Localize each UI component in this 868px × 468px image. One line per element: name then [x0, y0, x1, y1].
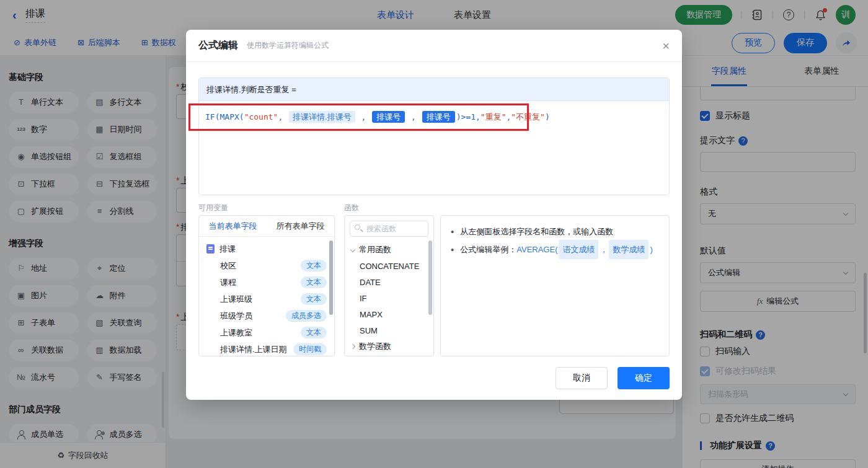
func-item[interactable]: IF [345, 290, 433, 306]
type-badge: 文本 [301, 293, 327, 305]
modal-lower-row: 可用变量 当前表单字段 所有表单字段 排课 校区文本 课程文本 上课班级文本 班… [186, 203, 682, 356]
func-group-text[interactable]: 文本函数 [345, 355, 433, 356]
variable-row[interactable]: 校区文本 [199, 257, 334, 274]
field-chip[interactable]: 排课号 [372, 111, 405, 123]
formula-string: "count" [244, 112, 278, 121]
bullet-icon: • [451, 223, 454, 240]
modal-header: 公式编辑 使用数学运算符编辑公式 × [186, 30, 682, 62]
variable-row[interactable]: 班级学员成员多选 [199, 307, 334, 324]
formula-string: "不重复" [511, 112, 545, 121]
formula-box: 排课详情.判断是否重复 = IF(MAPX("count", 排课详情.排课号 … [198, 77, 670, 195]
variables-label: 可用变量 [198, 203, 335, 215]
variables-tabs: 当前表单字段 所有表单字段 [199, 216, 334, 237]
type-badge: 文本 [301, 276, 327, 288]
type-badge: 时间戳 [293, 343, 327, 355]
field-chip[interactable]: 排课号 [422, 111, 455, 123]
type-badge: 文本 [301, 327, 327, 338]
functions-scrollbar[interactable] [428, 241, 432, 315]
tab-all-form-fields[interactable]: 所有表单字段 [267, 216, 334, 236]
chevron-right-icon [350, 344, 355, 349]
cancel-button[interactable]: 取消 [556, 367, 608, 389]
func-item[interactable]: DATE [345, 274, 433, 290]
variable-row[interactable]: 上课班级文本 [199, 291, 334, 307]
example-field-chip: 语文成绩 [559, 240, 598, 259]
variables-scrollbar[interactable] [329, 241, 333, 315]
bullet-icon: • [451, 241, 454, 258]
field-chip-light[interactable]: 排课详情.排课号 [289, 111, 355, 123]
formula-editor-modal: 公式编辑 使用数学运算符编辑公式 × 排课详情.判断是否重复 = IF(MAPX… [186, 30, 682, 400]
formula-target: 排课详情.判断是否重复 = [199, 78, 669, 101]
type-badge: 文本 [301, 260, 327, 272]
variables-list: 排课 校区文本 课程文本 上课班级文本 班级学员成员多选 上课教室文本 排课详情… [199, 237, 334, 356]
modal-subtitle: 使用数学运算符编辑公式 [247, 40, 329, 51]
example-field-chip: 数学成绩 [609, 240, 649, 259]
function-search [345, 216, 433, 242]
func-item[interactable]: CONCATENATE [345, 258, 433, 274]
functions-box: 常用函数 CONCATENATE DATE IF MAPX SUM 数学函数 文… [344, 215, 434, 356]
variable-row[interactable]: 排课详情.上课日期时间戳 [199, 341, 334, 356]
tips-box: • 从左侧面板选择字段名和函数，或输入函数 • 公式编辑举例： AVERAGE(… [440, 215, 670, 356]
func-item[interactable]: SUM [345, 322, 433, 338]
form-node[interactable]: 排课 [199, 241, 334, 257]
type-badge: 成员多选 [286, 310, 327, 322]
formula-editor[interactable]: IF(MAPX("count", 排课详情.排课号 , 排课号 , 排课号)>=… [199, 101, 669, 133]
functions-label: 函数 [344, 203, 434, 215]
modal-footer: 取消 确定 [186, 367, 682, 389]
formula-code: IF(MAPX( [205, 112, 244, 121]
variable-row[interactable]: 上课教室文本 [199, 324, 334, 341]
tab-current-form-fields[interactable]: 当前表单字段 [199, 216, 267, 236]
chevron-down-icon [350, 247, 355, 252]
tips-spacer [440, 203, 670, 215]
form-doc-icon [206, 244, 215, 254]
close-icon[interactable]: × [662, 40, 670, 52]
search-icon [355, 224, 360, 230]
func-group-common[interactable]: 常用函数 [345, 242, 433, 258]
tip-line-2: • 公式编辑举例： AVERAGE( 语文成绩 ， 数学成绩 ) [451, 240, 659, 259]
function-search-input[interactable] [350, 221, 428, 237]
tip-line-1: • 从左侧面板选择字段名和函数，或输入函数 [451, 223, 659, 240]
variables-box: 当前表单字段 所有表单字段 排课 校区文本 课程文本 上课班级文本 班级学员成员… [198, 215, 335, 356]
modal-title: 公式编辑 [198, 39, 238, 52]
variable-row[interactable]: 课程文本 [199, 274, 334, 291]
confirm-button[interactable]: 确定 [618, 367, 670, 389]
formula-string: "重复" [480, 112, 507, 121]
func-item[interactable]: MAPX [345, 306, 433, 322]
func-group-math[interactable]: 数学函数 [345, 338, 433, 355]
